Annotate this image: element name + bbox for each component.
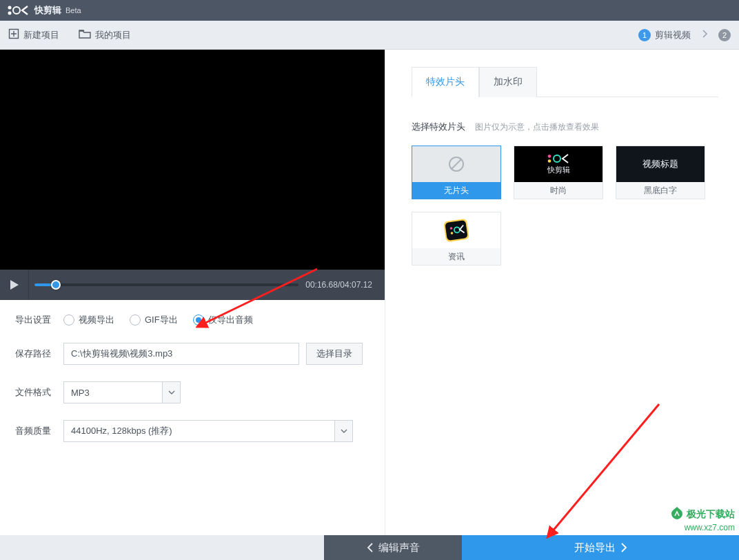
svg-point-7 (548, 159, 551, 163)
radio-icon (63, 314, 74, 326)
step-indicator: 1 剪辑视频 2 (638, 29, 731, 41)
footer-spacer (0, 535, 324, 560)
time-display: 00:16.68/04:07.12 (305, 280, 372, 290)
export-button[interactable]: 开始导出 (462, 535, 739, 560)
section-hint: 图片仅为示意，点击播放查看效果 (475, 122, 599, 132)
footer: 编辑声音 开始导出 (0, 535, 739, 560)
template-label: 黑底白字 (616, 182, 705, 199)
export-type-group: 视频导出 GIF导出 仅导出音频 (63, 314, 253, 326)
my-projects-button[interactable]: 我的项目 (79, 29, 131, 41)
beta-tag: Beta (65, 6, 81, 14)
browse-button[interactable]: 选择目录 (306, 343, 363, 365)
template-label: 资讯 (412, 248, 500, 265)
template-grid: 无片头 快剪辑 时尚 视频标题 黑底白字 (412, 146, 718, 266)
play-button[interactable] (0, 270, 29, 300)
format-label: 文件格式 (15, 386, 63, 399)
step-label: 剪辑视频 (655, 29, 691, 41)
plus-box-icon (8, 28, 19, 41)
radio-audio-only[interactable]: 仅导出音频 (193, 314, 253, 326)
chevron-left-icon (367, 543, 373, 552)
radio-icon (193, 314, 204, 326)
thumb-news-icon (412, 212, 500, 248)
right-tabs: 特效片头 加水印 (412, 66, 718, 97)
path-input[interactable] (63, 343, 299, 365)
svg-point-8 (554, 155, 560, 162)
thumb-logo: 快剪辑 (514, 146, 603, 182)
template-news[interactable]: 资讯 (412, 212, 501, 266)
toolbar: 新建项目 我的项目 1 剪辑视频 2 (0, 21, 739, 50)
section-title: 选择特效片头 图片仅为示意，点击播放查看效果 (412, 121, 718, 133)
chevron-right-icon (621, 543, 627, 552)
svg-point-1 (8, 12, 12, 15)
play-icon (10, 279, 19, 290)
watermark-icon (670, 506, 684, 523)
player-controls: 00:16.68/04:07.12 (0, 270, 385, 300)
new-project-button[interactable]: 新建项目 (8, 28, 59, 41)
template-label: 时尚 (514, 182, 603, 199)
path-label: 保存路径 (15, 348, 63, 360)
radio-icon (130, 314, 141, 326)
tab-effects[interactable]: 特效片头 (412, 67, 479, 97)
template-fashion[interactable]: 快剪辑 时尚 (514, 146, 603, 199)
app-name: 快剪辑 (34, 4, 61, 17)
watermark: 极光下载站 www.xz7.com (670, 506, 735, 532)
export-title: 导出设置 (15, 314, 63, 326)
svg-point-2 (13, 7, 20, 14)
right-pane: 特效片头 加水印 选择特效片头 图片仅为示意，点击播放查看效果 无片头 (385, 50, 739, 535)
svg-rect-10 (445, 220, 467, 241)
progress-track[interactable] (34, 283, 298, 286)
progress-thumb[interactable] (51, 280, 61, 290)
radio-gif-export[interactable]: GIF导出 (130, 314, 178, 326)
caret-down-icon (162, 382, 180, 403)
my-projects-label: 我的项目 (95, 29, 131, 41)
step-num-2: 2 (718, 29, 731, 41)
chevron-right-icon (702, 30, 707, 40)
none-icon (412, 146, 500, 182)
template-black-bg[interactable]: 视频标题 黑底白字 (616, 146, 705, 199)
titlebar: 快剪辑 Beta (0, 0, 739, 21)
template-label: 无片头 (412, 182, 500, 199)
format-select[interactable]: MP3 (63, 381, 181, 403)
folder-icon (79, 29, 91, 41)
svg-line-5 (452, 159, 461, 169)
new-project-label: 新建项目 (23, 29, 59, 41)
quality-select[interactable]: 44100Hz, 128kbps (推荐) (63, 420, 353, 442)
thumb-dark: 视频标题 (616, 146, 705, 182)
quality-label: 音频质量 (15, 425, 63, 437)
logo-icon (7, 5, 30, 16)
svg-point-6 (548, 154, 551, 158)
quality-value: 44100Hz, 128kbps (推荐) (71, 425, 172, 437)
tab-watermark[interactable]: 加水印 (479, 67, 537, 97)
video-player[interactable] (0, 50, 385, 270)
step-num-1: 1 (638, 29, 651, 41)
app-logo: 快剪辑 Beta (7, 4, 81, 17)
format-value: MP3 (71, 388, 90, 398)
export-settings: 导出设置 视频导出 GIF导出 仅导出音频 (0, 300, 385, 535)
svg-point-0 (8, 6, 12, 10)
left-pane: 00:16.68/04:07.12 导出设置 视频导出 GIF导出 (0, 50, 385, 535)
radio-video-export[interactable]: 视频导出 (63, 314, 114, 326)
caret-down-icon (334, 421, 352, 441)
back-button[interactable]: 编辑声音 (324, 535, 462, 560)
template-none[interactable]: 无片头 (412, 146, 501, 199)
